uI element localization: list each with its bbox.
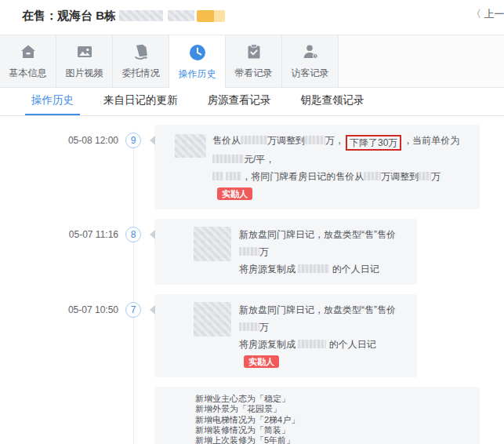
entry-text-segment: 万 <box>259 322 269 333</box>
redacted-operator <box>194 227 231 261</box>
tab-history[interactable]: 操作历史 <box>169 35 226 88</box>
subtab-operation-history[interactable]: 操作历史 <box>25 87 80 115</box>
entry-card: 新放盘同门牌日记，放盘类型“售”售价万将房源复制成 的个人日记实勘人 <box>154 294 417 377</box>
timeline-entry: 05-07 10:486新增业主心态为「稳定」新增外景为「花园景」新增电梯情况为… <box>154 387 504 444</box>
subtab-label: 来自日记的更新 <box>103 93 178 107</box>
listing-tag-badge <box>197 10 225 22</box>
clipboard-icon <box>245 42 263 61</box>
main-tab-bar: 基本信息图片视频委托情况操作历史带看记录访客记录 <box>0 35 504 88</box>
entry-line: 新放盘同门牌日记，放盘类型“售”售价万 <box>239 301 408 336</box>
price-drop-highlight: 下降了30万 <box>346 135 401 151</box>
redacted-operator <box>194 302 231 337</box>
redacted-value <box>239 322 259 331</box>
subtab-key-records[interactable]: 钥匙查领记录 <box>295 87 371 115</box>
clock-icon <box>188 43 207 62</box>
entry-text-segment: 万 <box>259 246 269 257</box>
tab-showing-log[interactable]: 带看记录 <box>226 35 282 87</box>
entry-text-segment: 新增外景为「花园景」 <box>195 404 281 413</box>
entry-timestamp: 05-07 11:16 <box>69 229 118 240</box>
entry-text-segment: 的个人日记 <box>326 339 375 350</box>
timeline-entry: 05-07 10:507新放盘同门牌日记，放盘类型“售”售价万将房源复制成 的个… <box>154 294 504 377</box>
tab-label: 图片视频 <box>66 67 103 80</box>
redacted-value <box>226 172 241 180</box>
entry-text-segment: ，当前单价为 <box>403 135 459 146</box>
page-header: 在售：观海台 B栋 <box>0 0 504 31</box>
entry-line: 新增上次装修为「5年前」 <box>195 435 470 444</box>
redacted-address <box>119 10 163 21</box>
entry-text-segment: 元/平， <box>244 154 274 165</box>
tab-delegation[interactable]: 委托情况 <box>113 35 169 87</box>
tab-label: 带看记录 <box>235 67 273 80</box>
entry-line: 新放盘同门牌日记，放盘类型“售”售价万 <box>239 226 408 260</box>
timeline-axis <box>133 131 134 444</box>
redacted-value <box>239 247 259 256</box>
entry-line: 新增外景为「花园景」 <box>195 404 470 414</box>
timeline-entry: 05-07 11:168新放盘同门牌日记，放盘类型“售”售价万将房源复制成 的个… <box>154 219 504 285</box>
subtab-label: 房源查看记录 <box>208 93 271 107</box>
entry-timestamp: 05-08 12:00 <box>68 135 118 146</box>
tab-visitor-log[interactable]: 访客记录 <box>282 35 339 87</box>
tab-label: 访客记录 <box>292 67 329 80</box>
entry-text-segment: 新增上次装修为「5年前」 <box>195 435 295 444</box>
delegate-icon <box>132 42 150 61</box>
visitor-icon <box>301 42 320 61</box>
entry-text: 新增业主心态为「稳定」新增外景为「花园景」新增电梯情况为「2梯4户」新增装修情况… <box>195 394 470 444</box>
entry-text-segment: ，将同门牌看房日记的售价从 <box>241 171 364 182</box>
redacted-value <box>298 340 326 348</box>
subtab-label: 操作历史 <box>31 93 74 107</box>
entry-text-segment: 新增装修情况为「简装」 <box>195 425 290 435</box>
redacted-value <box>305 136 325 144</box>
page-title: 在售：观海台 B栋 <box>22 9 116 24</box>
home-icon <box>19 42 38 61</box>
entry-line: 新增电梯情况为「2梯4户」 <box>195 415 470 425</box>
entry-text-segment: 万调整到 <box>381 171 419 182</box>
entry-text-segment: 新增电梯情况为「2梯4户」 <box>195 415 299 424</box>
entry-text: 新放盘同门牌日记，放盘类型“售”售价万将房源复制成 的个人日记实勘人 <box>239 301 408 370</box>
entry-text-segment: 新放盘同门牌日记，放盘类型“售”售价 <box>239 304 396 315</box>
entry-text: 新放盘同门牌日记，放盘类型“售”售价万将房源复制成 的个人日记 <box>239 226 408 278</box>
redacted-value <box>419 172 431 180</box>
subtab-listing-views[interactable]: 房源查看记录 <box>201 87 277 115</box>
tab-photos-videos[interactable]: 图片视频 <box>56 35 113 87</box>
entry-text-segment: 新放盘同门牌日记，放盘类型“售”售价 <box>239 229 396 240</box>
history-subtab-bar: 操作历史来自日记的更新房源查看记录钥匙查领记录 <box>0 87 504 116</box>
redacted-address <box>168 10 194 21</box>
prev-listing-button[interactable]: 〈 上一 <box>471 7 504 21</box>
entry-text-segment: 万调整到 <box>267 135 305 146</box>
redacted-value <box>241 136 267 144</box>
tab-label: 委托情况 <box>122 67 160 80</box>
entry-timestamp: 05-07 10:50 <box>68 304 118 315</box>
surveyor-badge: 实勘人 <box>244 355 279 368</box>
subtab-diary-updates[interactable]: 来自日记的更新 <box>97 87 184 115</box>
entry-line: 将房源复制成 的个人日记实勘人 <box>239 336 408 370</box>
entry-card: 售价从万调整到万，下降了30万，当前单价为元/平， ，将同门牌看房日记的售价从万… <box>154 125 480 209</box>
entry-line: 将房源复制成 的个人日记 <box>239 260 408 278</box>
tab-basic-info[interactable]: 基本信息 <box>0 35 56 87</box>
entry-text-segment: 万 <box>431 171 441 182</box>
entry-text-segment: 的个人日记 <box>329 264 379 275</box>
timeline-entry: 05-08 12:009售价从万调整到万，下降了30万，当前单价为元/平， ，将… <box>154 125 504 209</box>
entry-line: 售价从万调整到万，下降了30万，当前单价为元/平， <box>212 132 470 168</box>
redacted-value <box>212 172 223 180</box>
entry-text-segment: 将房源复制成 <box>239 339 298 350</box>
subtab-label: 钥匙查领记录 <box>301 93 364 107</box>
surveyor-badge: 实勘人 <box>217 187 252 200</box>
operation-history-timeline: 05-08 12:009售价从万调整到万，下降了30万，当前单价为元/平， ，将… <box>0 120 504 444</box>
entry-sequence-badge: 8 <box>125 227 141 242</box>
entry-text-segment: 新增业主心态为「稳定」 <box>195 394 290 403</box>
entry-line: 新增装修情况为「简装」 <box>195 425 470 435</box>
entry-text-segment: 万， <box>325 135 344 146</box>
entry-card: 新增业主心态为「稳定」新增外景为「花园景」新增电梯情况为「2梯4户」新增装修情况… <box>154 387 480 444</box>
entry-card: 新放盘同门牌日记，放盘类型“售”售价万将房源复制成 的个人日记 <box>154 219 417 285</box>
entry-text-segment: 售价从 <box>212 135 241 146</box>
entry-sequence-badge: 9 <box>125 133 141 148</box>
image-icon <box>75 42 94 61</box>
redacted-value <box>364 172 381 180</box>
entry-text-segment: 将房源复制成 <box>239 264 298 275</box>
entry-line: ，将同门牌看房日记的售价从万调整到万实勘人 <box>212 168 470 202</box>
redacted-value <box>212 155 244 163</box>
entry-line: 新增业主心态为「稳定」 <box>195 394 470 404</box>
redacted-value <box>298 264 329 273</box>
entry-sequence-badge: 7 <box>125 302 141 318</box>
tab-label: 操作历史 <box>179 67 216 81</box>
